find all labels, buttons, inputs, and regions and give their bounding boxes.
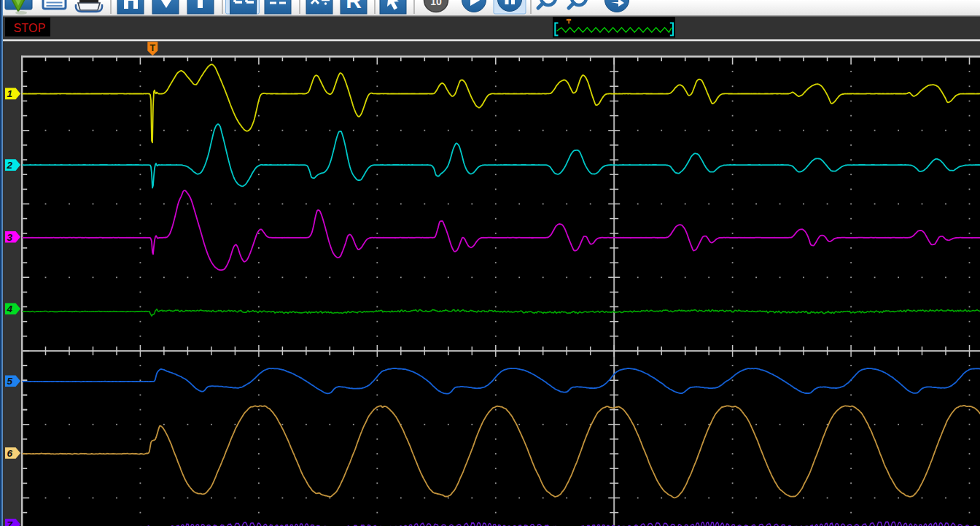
svg-text:6: 6 <box>7 448 12 459</box>
svg-text:3: 3 <box>7 232 12 243</box>
svg-text:5: 5 <box>7 376 12 387</box>
svg-text:R: R <box>346 0 362 12</box>
svg-text:2: 2 <box>6 160 12 171</box>
svg-text:STOP: STOP <box>14 22 46 34</box>
svg-text:4: 4 <box>6 303 12 314</box>
svg-text:1: 1 <box>7 88 12 99</box>
svg-text:10: 10 <box>430 0 442 7</box>
svg-text:T: T <box>149 43 155 53</box>
